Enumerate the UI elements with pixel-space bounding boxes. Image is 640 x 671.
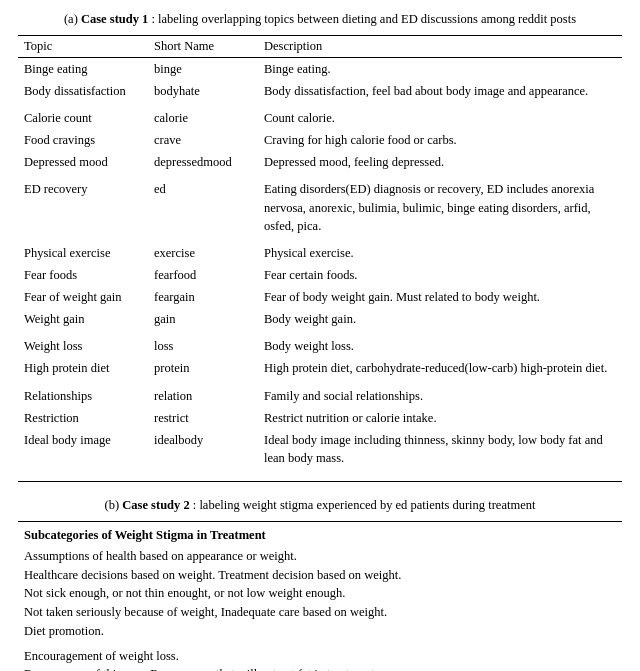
cell-topic: ED recovery bbox=[18, 178, 148, 236]
cell-desc: Fear certain foods. bbox=[258, 264, 622, 286]
cell-desc: Restrict nutrition or calorie intake. bbox=[258, 407, 622, 429]
cell-topic: Fear of weight gain bbox=[18, 286, 148, 308]
case2-line: Reassurance of thinness. Reassurance tha… bbox=[24, 665, 616, 671]
case2-line: Encouragement of weight loss. bbox=[24, 647, 616, 666]
cell-topic: Body dissatisfaction bbox=[18, 80, 148, 102]
caption-a-label: (a) bbox=[64, 12, 78, 26]
cell-desc: Fear of body weight gain. Must related t… bbox=[258, 286, 622, 308]
cell-short: depressedmood bbox=[148, 151, 258, 173]
cell-desc: Depressed mood, feeling depressed. bbox=[258, 151, 622, 173]
table-row: RestrictionrestrictRestrict nutrition or… bbox=[18, 407, 622, 429]
table-row: ED recoveryedEating disorders(ED) diagno… bbox=[18, 178, 622, 236]
cell-short: exercise bbox=[148, 242, 258, 264]
cell-topic: Restriction bbox=[18, 407, 148, 429]
cell-short: feargain bbox=[148, 286, 258, 308]
table-row: Weight gaingainBody weight gain. bbox=[18, 308, 622, 330]
table-row: RelationshipsrelationFamily and social r… bbox=[18, 385, 622, 407]
caption-a-text: : labeling overlapping topics between di… bbox=[151, 12, 576, 26]
cell-desc: Count calorie. bbox=[258, 107, 622, 129]
table-row: Fear of weight gainfeargainFear of body … bbox=[18, 286, 622, 308]
cell-desc: Eating disorders(ED) diagnosis or recove… bbox=[258, 178, 622, 236]
cell-short: relation bbox=[148, 385, 258, 407]
cell-topic: Physical exercise bbox=[18, 242, 148, 264]
cell-short: calorie bbox=[148, 107, 258, 129]
case2-group: Assumptions of health based on appearanc… bbox=[24, 547, 616, 641]
caption-a-bold: Case study 1 bbox=[81, 12, 148, 26]
caption-b-text: : labeling weight stigma experienced by … bbox=[193, 498, 536, 512]
case2-line: Not taken seriously because of weight, I… bbox=[24, 603, 616, 622]
table-row: Fear foodsfearfoodFear certain foods. bbox=[18, 264, 622, 286]
table-row: Depressed mooddepressedmoodDepressed moo… bbox=[18, 151, 622, 173]
cell-topic: High protein diet bbox=[18, 357, 148, 379]
cell-desc: Physical exercise. bbox=[258, 242, 622, 264]
table-row: Calorie countcalorieCount calorie. bbox=[18, 107, 622, 129]
case2-group: Encouragement of weight loss.Reassurance… bbox=[24, 647, 616, 672]
cell-topic: Relationships bbox=[18, 385, 148, 407]
table-row: Binge eatingbingeBinge eating. bbox=[18, 57, 622, 80]
cell-desc: Binge eating. bbox=[258, 57, 622, 80]
cell-topic: Weight gain bbox=[18, 308, 148, 330]
table-row: Ideal body imageidealbodyIdeal body imag… bbox=[18, 429, 622, 469]
table-row: Physical exerciseexercisePhysical exerci… bbox=[18, 242, 622, 264]
col-header-topic: Topic bbox=[18, 35, 148, 57]
cell-short: gain bbox=[148, 308, 258, 330]
cell-short: binge bbox=[148, 57, 258, 80]
caption-b-label: (b) bbox=[105, 498, 120, 512]
case2-line: Healthcare decisions based on weight. Tr… bbox=[24, 566, 616, 585]
case2-line: Assumptions of health based on appearanc… bbox=[24, 547, 616, 566]
cell-short: fearfood bbox=[148, 264, 258, 286]
table-row: Weight losslossBody weight loss. bbox=[18, 335, 622, 357]
cell-topic: Binge eating bbox=[18, 57, 148, 80]
col-header-short: Short Name bbox=[148, 35, 258, 57]
cell-desc: High protein diet, carbohydrate-reduced(… bbox=[258, 357, 622, 379]
caption-b-bold: Case study 2 bbox=[122, 498, 189, 512]
table-row: Body dissatisfactionbodyhateBody dissati… bbox=[18, 80, 622, 102]
topics-table: Topic Short Name Description Binge eatin… bbox=[18, 35, 622, 469]
cell-desc: Body weight gain. bbox=[258, 308, 622, 330]
case2-line: Diet promotion. bbox=[24, 622, 616, 641]
cell-short: crave bbox=[148, 129, 258, 151]
table-row: High protein dietproteinHigh protein die… bbox=[18, 357, 622, 379]
cell-desc: Ideal body image including thinness, ski… bbox=[258, 429, 622, 469]
cell-topic: Calorie count bbox=[18, 107, 148, 129]
cell-desc: Craving for high calorie food or carbs. bbox=[258, 129, 622, 151]
cell-topic: Food cravings bbox=[18, 129, 148, 151]
table-bottom-border bbox=[18, 481, 622, 482]
cell-short: protein bbox=[148, 357, 258, 379]
table-row: Food cravingscraveCraving for high calor… bbox=[18, 129, 622, 151]
cell-short: bodyhate bbox=[148, 80, 258, 102]
cell-topic: Depressed mood bbox=[18, 151, 148, 173]
case2-box: Subcategories of Weight Stigma in Treatm… bbox=[18, 521, 622, 671]
case2-groups: Assumptions of health based on appearanc… bbox=[24, 547, 616, 671]
cell-desc: Body weight loss. bbox=[258, 335, 622, 357]
caption-b: (b) Case study 2 : labeling weight stigm… bbox=[18, 496, 622, 515]
cell-topic: Weight loss bbox=[18, 335, 148, 357]
case2-subtitle: Subcategories of Weight Stigma in Treatm… bbox=[24, 528, 616, 543]
cell-desc: Body dissatisfaction, feel bad about bod… bbox=[258, 80, 622, 102]
cell-short: ed bbox=[148, 178, 258, 236]
caption-a: (a) Case study 1 : labeling overlapping … bbox=[18, 10, 622, 29]
cell-topic: Fear foods bbox=[18, 264, 148, 286]
cell-short: restrict bbox=[148, 407, 258, 429]
col-header-desc: Description bbox=[258, 35, 622, 57]
cell-short: idealbody bbox=[148, 429, 258, 469]
cell-topic: Ideal body image bbox=[18, 429, 148, 469]
case2-line: Not sick enough, or not thin enought, or… bbox=[24, 584, 616, 603]
cell-short: loss bbox=[148, 335, 258, 357]
cell-desc: Family and social relationships. bbox=[258, 385, 622, 407]
